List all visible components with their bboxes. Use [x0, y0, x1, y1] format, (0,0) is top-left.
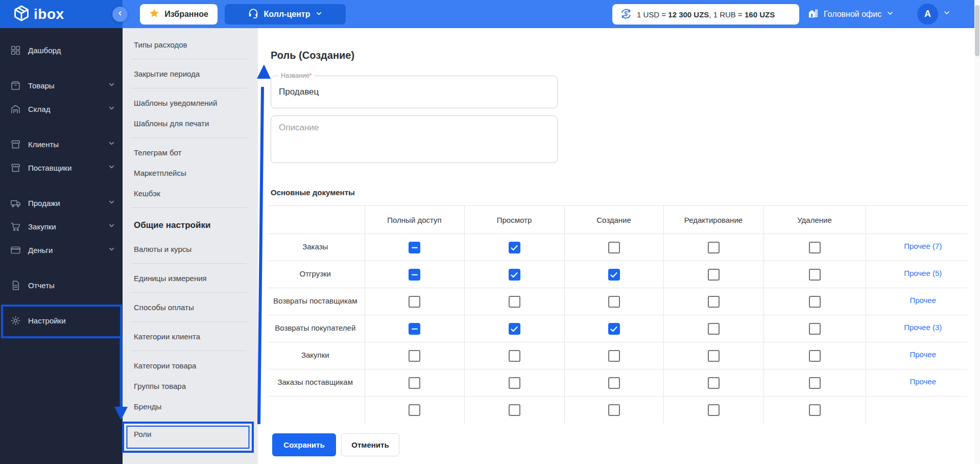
checkbox-unchecked[interactable] [809, 296, 821, 308]
checkbox-checked[interactable] [509, 242, 520, 253]
settings-item-Шаблоны для печати[interactable]: Шаблоны для печати [123, 113, 258, 133]
checkbox-unchecked[interactable] [409, 377, 420, 389]
checkbox-unchecked[interactable] [708, 242, 720, 253]
checkbox-unchecked[interactable] [509, 296, 520, 308]
logo[interactable]: ibox [0, 0, 123, 28]
sidebar-item-Настройки[interactable]: Настройки [0, 309, 123, 332]
more-link[interactable]: Прочее [910, 350, 936, 359]
checkbox-unchecked[interactable] [708, 350, 720, 362]
checkbox-unchecked[interactable] [809, 404, 821, 416]
checkbox-unchecked[interactable] [708, 404, 720, 416]
column-header: Создание [564, 206, 663, 234]
checkbox-indeterminate[interactable] [409, 323, 420, 335]
page-scrollbar[interactable] [974, 0, 980, 464]
checkbox-checked[interactable] [509, 269, 520, 281]
checkbox-checked[interactable] [608, 323, 620, 335]
main-sidebar: ДашбордТоварыСкладКлиентыПоставщикиПрода… [0, 28, 123, 464]
currency-rates[interactable]: $ 1 USD = 12 300 UZS, 1 RUB = 160 UZS [612, 4, 799, 25]
divider [131, 207, 247, 208]
settings-item-Кешбэк[interactable]: Кешбэк [123, 183, 258, 203]
more-cell: Прочее [866, 342, 967, 369]
checkbox-unchecked[interactable] [608, 404, 620, 416]
sidebar-item-label: Настройки [28, 316, 115, 325]
checkbox-checked[interactable] [608, 269, 620, 281]
more-link[interactable]: Прочее [910, 377, 936, 386]
checkbox-unchecked[interactable] [809, 377, 821, 389]
settings-item-Бренды[interactable]: Бренды [123, 396, 258, 416]
checkbox-unchecked[interactable] [708, 269, 720, 281]
checkbox-unchecked[interactable] [608, 242, 620, 253]
sidebar-item-label: Дашборд [28, 46, 115, 55]
settings-section-header: Общие настройки [123, 212, 258, 239]
favorites-button[interactable]: Избранное [140, 4, 218, 25]
sidebar-item-Поставщики[interactable]: Поставщики [0, 156, 123, 179]
chevron-down-icon [108, 163, 115, 172]
sidebar-item-Товары[interactable]: Товары [0, 74, 123, 97]
more-link[interactable]: Прочее (3) [904, 323, 942, 332]
checkbox-unchecked[interactable] [509, 404, 520, 416]
settings-item-Категории клиента[interactable]: Категории клиента [123, 326, 258, 346]
chevron-down-icon [108, 81, 115, 90]
table-row: ОтгрузкиПрочее (5) [268, 261, 967, 288]
checkbox-unchecked[interactable] [409, 296, 420, 308]
checkbox-indeterminate[interactable] [409, 242, 420, 253]
settings-item-Закрытие периода[interactable]: Закрытие периода [123, 63, 258, 84]
checkbox-unchecked[interactable] [608, 296, 620, 308]
settings-item-Единицы измерения[interactable]: Единицы измерения [123, 268, 258, 288]
settings-item-Шаблоны уведомлений[interactable]: Шаблоны уведомлений [123, 92, 258, 113]
checkbox-unchecked[interactable] [608, 350, 620, 362]
checkbox-unchecked[interactable] [409, 350, 420, 362]
settings-item-Группы товара[interactable]: Группы товара [123, 376, 258, 396]
checkbox-unchecked[interactable] [708, 323, 720, 335]
checkbox-unchecked[interactable] [509, 377, 520, 389]
checkbox-checked[interactable] [509, 323, 520, 335]
checkbox-unchecked[interactable] [608, 377, 620, 389]
more-link[interactable]: Прочее [910, 296, 936, 305]
settings-item-Маркетплейсы[interactable]: Маркетплейсы [123, 163, 258, 183]
checkbox-indeterminate[interactable] [409, 269, 420, 281]
more-cell: Прочее [866, 288, 967, 315]
chevron-down-icon [108, 245, 115, 254]
divider [131, 137, 247, 138]
checkbox-unchecked[interactable] [509, 350, 520, 362]
sidebar-item-Склад[interactable]: Склад [0, 97, 123, 121]
name-field: Название* [271, 76, 558, 108]
more-link[interactable]: Прочее (5) [904, 269, 942, 277]
divider [131, 292, 247, 293]
checkbox-unchecked[interactable] [809, 323, 821, 335]
settings-item-Типы расходов[interactable]: Типы расходов [123, 34, 258, 55]
sidebar-item-Деньги[interactable]: Деньги [0, 238, 123, 262]
settings-item-Категории товара[interactable]: Категории товара [123, 355, 258, 376]
checkbox-unchecked[interactable] [708, 296, 720, 308]
office-selector[interactable]: Головной офис [808, 0, 894, 28]
divider [131, 263, 247, 264]
sidebar-collapse-button[interactable] [112, 7, 128, 22]
scrollbar-thumb[interactable] [975, 5, 979, 56]
callcenter-button[interactable]: Колл-центр [225, 4, 346, 25]
settings-item-Валюты и курсы[interactable]: Валюты и курсы [123, 239, 258, 259]
sidebar-item-Дашборд[interactable]: Дашборд [0, 38, 123, 62]
checkbox-unchecked[interactable] [708, 377, 720, 389]
more-link[interactable]: Прочее (7) [904, 242, 942, 250]
sidebar-item-Клиенты[interactable]: Клиенты [0, 132, 123, 156]
avatar[interactable]: A [917, 4, 938, 25]
sidebar-item-Закупки[interactable]: Закупки [0, 215, 123, 238]
sidebar-item-Продажи[interactable]: Продажи [0, 191, 123, 215]
role-create-page: ibox Избранное Колл-центр [0, 0, 980, 464]
chevron-down-icon[interactable] [943, 9, 951, 19]
checkbox-unchecked[interactable] [809, 350, 821, 362]
settings-menu: Типы расходовЗакрытие периодаШаблоны уве… [123, 28, 258, 464]
checkbox-unchecked[interactable] [809, 242, 821, 253]
checkbox-unchecked[interactable] [809, 269, 821, 281]
sidebar-item-Отчеты[interactable]: Отчеты [0, 273, 123, 297]
settings-item-Способы оплаты[interactable]: Способы оплаты [123, 297, 258, 317]
checkbox-cell [763, 288, 866, 315]
save-button[interactable]: Сохранить [272, 433, 336, 456]
description-input[interactable] [271, 115, 558, 163]
cancel-button[interactable]: Отменить [341, 433, 399, 456]
checkbox-unchecked[interactable] [409, 404, 420, 416]
name-input[interactable] [279, 76, 544, 108]
settings-item-Телеграм бот[interactable]: Телеграм бот [123, 142, 258, 163]
divider [131, 88, 247, 88]
settings-item-Роли[interactable]: Роли [123, 424, 250, 444]
